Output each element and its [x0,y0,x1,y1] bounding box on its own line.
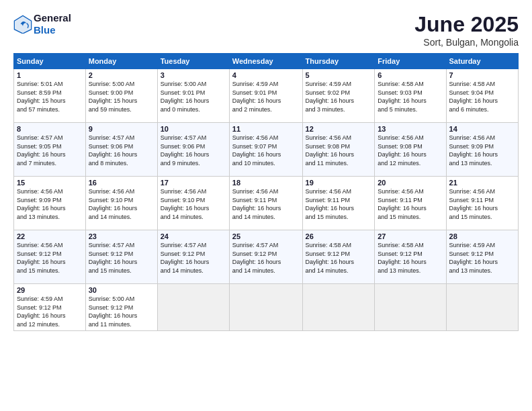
month-title: June 2025 [414,12,519,37]
day-info: Sunrise: 4:56 AMSunset: 9:11 PMDaylight:… [306,187,372,221]
day-number: 12 [306,125,372,133]
table-cell: 22Sunrise: 4:56 AMSunset: 9:12 PMDayligh… [14,230,86,284]
day-number: 20 [378,179,443,187]
title-block: June 2025 Sort, Bulgan, Mongolia [414,12,519,48]
day-number: 19 [306,179,372,187]
day-info: Sunrise: 4:56 AMSunset: 9:10 PMDaylight:… [89,187,154,221]
col-friday: Friday [375,54,446,69]
header: General Blue June 2025 Sort, Bulgan, Mon… [13,12,519,48]
day-info: Sunrise: 5:00 AMSunset: 9:12 PMDaylight:… [89,295,154,328]
day-info: Sunrise: 4:56 AMSunset: 9:11 PMDaylight:… [232,187,300,221]
table-cell [157,284,229,331]
table-cell: 8Sunrise: 4:57 AMSunset: 9:05 PMDaylight… [14,123,86,177]
table-cell: 24Sunrise: 4:57 AMSunset: 9:12 PMDayligh… [157,230,229,284]
table-cell: 9Sunrise: 4:57 AMSunset: 9:06 PMDaylight… [85,123,157,177]
day-number: 7 [449,71,515,79]
table-cell [446,284,518,331]
table-cell: 3Sunrise: 5:00 AMSunset: 9:01 PMDaylight… [157,69,229,123]
table-cell: 4Sunrise: 4:59 AMSunset: 9:01 PMDaylight… [229,69,302,123]
table-cell: 15Sunrise: 4:56 AMSunset: 9:09 PMDayligh… [14,177,86,230]
table-cell: 29Sunrise: 4:59 AMSunset: 9:12 PMDayligh… [14,284,86,331]
day-number: 16 [89,179,154,187]
day-info: Sunrise: 4:56 AMSunset: 9:12 PMDaylight:… [17,241,83,275]
day-number: 11 [232,125,300,133]
day-info: Sunrise: 4:57 AMSunset: 9:12 PMDaylight:… [232,241,300,275]
col-saturday: Saturday [446,54,518,69]
day-number: 24 [161,232,226,240]
day-number: 30 [89,286,154,294]
day-info: Sunrise: 5:01 AMSunset: 8:59 PMDaylight:… [17,80,83,113]
day-info: Sunrise: 4:57 AMSunset: 9:06 PMDaylight:… [89,134,154,167]
col-wednesday: Wednesday [229,54,302,69]
day-info: Sunrise: 4:58 AMSunset: 9:04 PMDaylight:… [449,80,515,113]
table-cell [375,284,446,331]
day-number: 17 [161,179,226,187]
day-info: Sunrise: 4:58 AMSunset: 9:12 PMDaylight:… [378,241,443,275]
day-number: 15 [17,179,83,187]
day-number: 3 [161,71,226,79]
day-info: Sunrise: 5:00 AMSunset: 9:00 PMDaylight:… [89,80,154,113]
location: Sort, Bulgan, Mongolia [414,37,519,48]
logo-blue: Blue [34,24,56,36]
day-info: Sunrise: 4:58 AMSunset: 9:12 PMDaylight:… [306,241,372,275]
day-info: Sunrise: 4:56 AMSunset: 9:10 PMDaylight:… [161,187,226,221]
table-cell: 5Sunrise: 4:59 AMSunset: 9:02 PMDaylight… [302,69,375,123]
day-info: Sunrise: 4:56 AMSunset: 9:09 PMDaylight:… [17,187,83,221]
day-number: 29 [17,286,83,294]
table-cell: 17Sunrise: 4:56 AMSunset: 9:10 PMDayligh… [157,177,229,230]
table-cell: 1Sunrise: 5:01 AMSunset: 8:59 PMDaylight… [14,69,86,123]
table-cell: 28Sunrise: 4:59 AMSunset: 9:12 PMDayligh… [446,230,518,284]
table-cell: 6Sunrise: 4:58 AMSunset: 9:03 PMDaylight… [375,69,446,123]
table-cell: 16Sunrise: 4:56 AMSunset: 9:10 PMDayligh… [85,177,157,230]
day-number: 27 [378,232,443,240]
table-cell: 10Sunrise: 4:57 AMSunset: 9:06 PMDayligh… [157,123,229,177]
day-info: Sunrise: 4:59 AMSunset: 9:02 PMDaylight:… [306,80,372,113]
table-cell: 13Sunrise: 4:56 AMSunset: 9:08 PMDayligh… [375,123,446,177]
col-monday: Monday [85,54,157,69]
logo: General Blue [13,12,71,36]
day-number: 13 [378,125,443,133]
day-number: 14 [449,125,515,133]
table-cell: 14Sunrise: 4:56 AMSunset: 9:09 PMDayligh… [446,123,518,177]
table-cell: 26Sunrise: 4:58 AMSunset: 9:12 PMDayligh… [302,230,375,284]
table-cell: 19Sunrise: 4:56 AMSunset: 9:11 PMDayligh… [302,177,375,230]
day-number: 2 [89,71,154,79]
table-cell: 30Sunrise: 5:00 AMSunset: 9:12 PMDayligh… [85,284,157,331]
calendar-table: Sunday Monday Tuesday Wednesday Thursday… [13,53,519,331]
day-number: 25 [232,232,300,240]
day-number: 5 [306,71,372,79]
table-cell [302,284,375,331]
day-info: Sunrise: 4:56 AMSunset: 9:11 PMDaylight:… [378,187,443,221]
day-info: Sunrise: 4:56 AMSunset: 9:09 PMDaylight:… [449,134,515,167]
day-number: 4 [232,71,300,79]
table-cell: 25Sunrise: 4:57 AMSunset: 9:12 PMDayligh… [229,230,302,284]
day-info: Sunrise: 4:58 AMSunset: 9:03 PMDaylight:… [378,80,443,113]
day-number: 6 [378,71,443,79]
table-cell: 7Sunrise: 4:58 AMSunset: 9:04 PMDaylight… [446,69,518,123]
day-info: Sunrise: 4:59 AMSunset: 9:01 PMDaylight:… [232,80,300,113]
table-cell [229,284,302,331]
table-cell: 2Sunrise: 5:00 AMSunset: 9:00 PMDaylight… [85,69,157,123]
calendar-header-row: Sunday Monday Tuesday Wednesday Thursday… [14,54,519,69]
day-number: 22 [17,232,83,240]
table-cell: 21Sunrise: 4:56 AMSunset: 9:11 PMDayligh… [446,177,518,230]
day-info: Sunrise: 4:59 AMSunset: 9:12 PMDaylight:… [449,241,515,275]
day-info: Sunrise: 4:56 AMSunset: 9:08 PMDaylight:… [306,134,372,167]
col-tuesday: Tuesday [157,54,229,69]
logo-icon [13,15,32,34]
logo-text: General Blue [34,12,71,36]
day-info: Sunrise: 4:57 AMSunset: 9:05 PMDaylight:… [17,134,83,167]
day-number: 23 [89,232,154,240]
day-number: 9 [89,125,154,133]
day-info: Sunrise: 4:57 AMSunset: 9:12 PMDaylight:… [161,241,226,275]
day-info: Sunrise: 5:00 AMSunset: 9:01 PMDaylight:… [161,80,226,113]
table-cell: 18Sunrise: 4:56 AMSunset: 9:11 PMDayligh… [229,177,302,230]
day-number: 28 [449,232,515,240]
day-number: 8 [17,125,83,133]
day-info: Sunrise: 4:56 AMSunset: 9:07 PMDaylight:… [232,134,300,167]
table-cell: 27Sunrise: 4:58 AMSunset: 9:12 PMDayligh… [375,230,446,284]
day-number: 1 [17,71,83,79]
day-number: 21 [449,179,515,187]
table-cell: 11Sunrise: 4:56 AMSunset: 9:07 PMDayligh… [229,123,302,177]
day-info: Sunrise: 4:57 AMSunset: 9:12 PMDaylight:… [89,241,154,275]
